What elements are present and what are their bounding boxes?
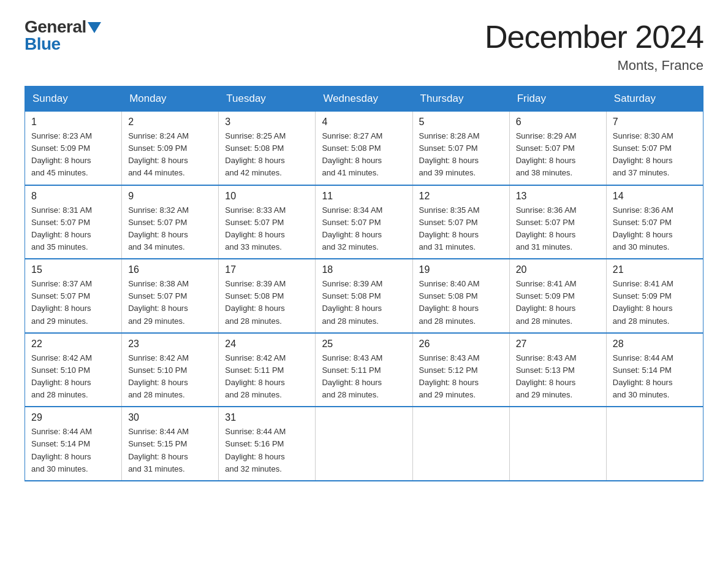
calendar-cell: 27Sunrise: 8:43 AM Sunset: 5:13 PM Dayli… xyxy=(509,333,606,407)
calendar-week-1: 1Sunrise: 8:23 AM Sunset: 5:09 PM Daylig… xyxy=(25,112,703,185)
day-info: Sunrise: 8:31 AM Sunset: 5:07 PM Dayligh… xyxy=(31,204,115,254)
page-header: General Blue December 2024 Monts, France xyxy=(25,18,703,74)
header-monday: Monday xyxy=(122,86,219,112)
day-number: 17 xyxy=(225,264,309,275)
day-number: 3 xyxy=(225,117,309,128)
header-friday: Friday xyxy=(509,86,606,112)
svg-marker-0 xyxy=(88,22,101,33)
day-info: Sunrise: 8:43 AM Sunset: 5:13 PM Dayligh… xyxy=(516,352,600,402)
day-info: Sunrise: 8:37 AM Sunset: 5:07 PM Dayligh… xyxy=(31,278,115,327)
day-number: 11 xyxy=(322,191,406,202)
header-tuesday: Tuesday xyxy=(219,86,316,112)
logo-triangle-icon xyxy=(88,22,101,33)
calendar-cell: 1Sunrise: 8:23 AM Sunset: 5:09 PM Daylig… xyxy=(25,112,122,185)
calendar-cell: 25Sunrise: 8:43 AM Sunset: 5:11 PM Dayli… xyxy=(316,333,412,407)
day-number: 26 xyxy=(419,339,503,350)
calendar-cell: 3Sunrise: 8:25 AM Sunset: 5:08 PM Daylig… xyxy=(219,112,316,185)
day-number: 21 xyxy=(613,264,697,275)
calendar-cell: 2Sunrise: 8:24 AM Sunset: 5:09 PM Daylig… xyxy=(122,112,219,185)
day-info: Sunrise: 8:39 AM Sunset: 5:08 PM Dayligh… xyxy=(322,278,406,327)
day-number: 14 xyxy=(613,191,697,202)
day-info: Sunrise: 8:25 AM Sunset: 5:08 PM Dayligh… xyxy=(225,130,309,180)
calendar-cell: 17Sunrise: 8:39 AM Sunset: 5:08 PM Dayli… xyxy=(219,259,316,333)
day-number: 2 xyxy=(128,117,212,128)
day-number: 6 xyxy=(516,117,600,128)
calendar-cell: 4Sunrise: 8:27 AM Sunset: 5:08 PM Daylig… xyxy=(316,112,412,185)
day-number: 7 xyxy=(613,117,697,128)
day-info: Sunrise: 8:43 AM Sunset: 5:12 PM Dayligh… xyxy=(419,352,503,402)
day-number: 27 xyxy=(516,339,600,350)
day-number: 22 xyxy=(31,339,115,350)
calendar-cell: 31Sunrise: 8:44 AM Sunset: 5:16 PM Dayli… xyxy=(219,407,316,481)
calendar-cell: 14Sunrise: 8:36 AM Sunset: 5:07 PM Dayli… xyxy=(606,185,703,259)
day-info: Sunrise: 8:27 AM Sunset: 5:08 PM Dayligh… xyxy=(322,130,406,180)
day-info: Sunrise: 8:44 AM Sunset: 5:14 PM Dayligh… xyxy=(613,352,697,402)
day-number: 30 xyxy=(128,412,212,423)
day-info: Sunrise: 8:28 AM Sunset: 5:07 PM Dayligh… xyxy=(419,130,503,180)
calendar-cell: 21Sunrise: 8:41 AM Sunset: 5:09 PM Dayli… xyxy=(606,259,703,333)
page-subtitle: Monts, France xyxy=(485,58,703,74)
day-number: 16 xyxy=(128,264,212,275)
day-info: Sunrise: 8:42 AM Sunset: 5:10 PM Dayligh… xyxy=(31,352,115,402)
logo-general-text: General xyxy=(25,18,86,36)
calendar-cell: 8Sunrise: 8:31 AM Sunset: 5:07 PM Daylig… xyxy=(25,185,122,259)
calendar-cell: 13Sunrise: 8:36 AM Sunset: 5:07 PM Dayli… xyxy=(509,185,606,259)
calendar-cell: 10Sunrise: 8:33 AM Sunset: 5:07 PM Dayli… xyxy=(219,185,316,259)
day-number: 9 xyxy=(128,191,212,202)
day-info: Sunrise: 8:42 AM Sunset: 5:11 PM Dayligh… xyxy=(225,352,309,402)
day-info: Sunrise: 8:44 AM Sunset: 5:15 PM Dayligh… xyxy=(128,426,212,475)
calendar-cell: 7Sunrise: 8:30 AM Sunset: 5:07 PM Daylig… xyxy=(606,112,703,185)
calendar-cell xyxy=(606,407,703,481)
logo: General Blue xyxy=(25,18,101,53)
logo-blue-text: Blue xyxy=(25,36,101,53)
calendar-cell xyxy=(412,407,509,481)
day-info: Sunrise: 8:38 AM Sunset: 5:07 PM Dayligh… xyxy=(128,278,212,327)
calendar-cell: 29Sunrise: 8:44 AM Sunset: 5:14 PM Dayli… xyxy=(25,407,122,481)
day-info: Sunrise: 8:23 AM Sunset: 5:09 PM Dayligh… xyxy=(31,130,115,180)
calendar-cell: 26Sunrise: 8:43 AM Sunset: 5:12 PM Dayli… xyxy=(412,333,509,407)
calendar-week-3: 15Sunrise: 8:37 AM Sunset: 5:07 PM Dayli… xyxy=(25,259,703,333)
calendar-cell: 24Sunrise: 8:42 AM Sunset: 5:11 PM Dayli… xyxy=(219,333,316,407)
calendar-header: Sunday Monday Tuesday Wednesday Thursday… xyxy=(25,86,703,112)
calendar-cell: 12Sunrise: 8:35 AM Sunset: 5:07 PM Dayli… xyxy=(412,185,509,259)
day-info: Sunrise: 8:33 AM Sunset: 5:07 PM Dayligh… xyxy=(225,204,309,254)
day-info: Sunrise: 8:35 AM Sunset: 5:07 PM Dayligh… xyxy=(419,204,503,254)
day-info: Sunrise: 8:32 AM Sunset: 5:07 PM Dayligh… xyxy=(128,204,212,254)
calendar-cell xyxy=(316,407,412,481)
calendar-body: 1Sunrise: 8:23 AM Sunset: 5:09 PM Daylig… xyxy=(25,112,703,481)
day-number: 24 xyxy=(225,339,309,350)
day-info: Sunrise: 8:44 AM Sunset: 5:14 PM Dayligh… xyxy=(31,426,115,475)
header-sunday: Sunday xyxy=(25,86,122,112)
calendar-week-5: 29Sunrise: 8:44 AM Sunset: 5:14 PM Dayli… xyxy=(25,407,703,481)
calendar-cell: 16Sunrise: 8:38 AM Sunset: 5:07 PM Dayli… xyxy=(122,259,219,333)
calendar-cell: 15Sunrise: 8:37 AM Sunset: 5:07 PM Dayli… xyxy=(25,259,122,333)
day-info: Sunrise: 8:24 AM Sunset: 5:09 PM Dayligh… xyxy=(128,130,212,180)
calendar-cell: 18Sunrise: 8:39 AM Sunset: 5:08 PM Dayli… xyxy=(316,259,412,333)
day-info: Sunrise: 8:36 AM Sunset: 5:07 PM Dayligh… xyxy=(516,204,600,254)
day-info: Sunrise: 8:36 AM Sunset: 5:07 PM Dayligh… xyxy=(613,204,697,254)
day-info: Sunrise: 8:30 AM Sunset: 5:07 PM Dayligh… xyxy=(613,130,697,180)
day-number: 19 xyxy=(419,264,503,275)
calendar-cell: 9Sunrise: 8:32 AM Sunset: 5:07 PM Daylig… xyxy=(122,185,219,259)
calendar-cell: 19Sunrise: 8:40 AM Sunset: 5:08 PM Dayli… xyxy=(412,259,509,333)
header-saturday: Saturday xyxy=(606,86,703,112)
day-number: 1 xyxy=(31,117,115,128)
day-number: 18 xyxy=(322,264,406,275)
title-area: December 2024 Monts, France xyxy=(485,18,703,74)
day-number: 15 xyxy=(31,264,115,275)
day-info: Sunrise: 8:41 AM Sunset: 5:09 PM Dayligh… xyxy=(516,278,600,327)
day-info: Sunrise: 8:34 AM Sunset: 5:07 PM Dayligh… xyxy=(322,204,406,254)
day-number: 5 xyxy=(419,117,503,128)
day-number: 4 xyxy=(322,117,406,128)
calendar-cell xyxy=(509,407,606,481)
day-number: 12 xyxy=(419,191,503,202)
day-number: 8 xyxy=(31,191,115,202)
calendar-cell: 11Sunrise: 8:34 AM Sunset: 5:07 PM Dayli… xyxy=(316,185,412,259)
header-wednesday: Wednesday xyxy=(316,86,412,112)
calendar-cell: 22Sunrise: 8:42 AM Sunset: 5:10 PM Dayli… xyxy=(25,333,122,407)
day-info: Sunrise: 8:40 AM Sunset: 5:08 PM Dayligh… xyxy=(419,278,503,327)
day-number: 29 xyxy=(31,412,115,423)
day-number: 20 xyxy=(516,264,600,275)
day-number: 13 xyxy=(516,191,600,202)
calendar-table: Sunday Monday Tuesday Wednesday Thursday… xyxy=(25,86,703,481)
